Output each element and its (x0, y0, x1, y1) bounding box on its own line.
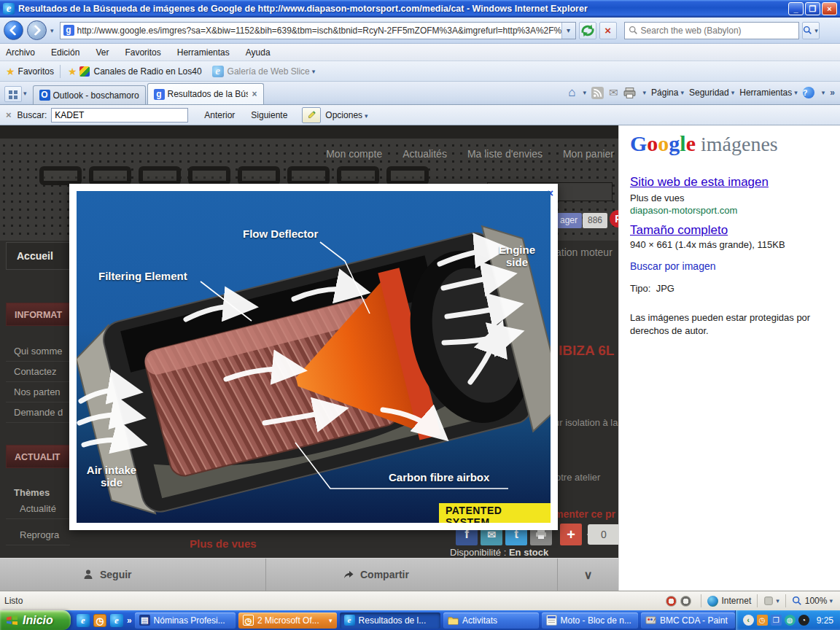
url-text[interactable]: http://www.google.es/imgres?sa=X&biw=115… (77, 26, 561, 36)
taskbar-button-activitats[interactable]: Activitats (443, 612, 539, 629)
address-dropdown[interactable]: ▾ (561, 23, 575, 39)
tray-clock-app-icon[interactable]: ◷ (757, 615, 768, 626)
print-dropdown[interactable]: ▾ (643, 89, 647, 96)
zoom-icon[interactable] (792, 596, 802, 606)
site-nav-mon-compte[interactable]: Mon compte (326, 148, 382, 160)
overflow-chevron[interactable]: » (830, 88, 835, 98)
favorites-button[interactable]: Favoritos (18, 66, 54, 77)
find-previous-button[interactable]: Anterior (204, 110, 235, 120)
help-dropdown[interactable]: ▾ (822, 89, 825, 96)
tray-clock2-icon[interactable]: ◔ (798, 615, 809, 626)
forward-button[interactable] (27, 20, 47, 40)
sidebar-item-partenaires[interactable]: Nos parten (6, 382, 70, 402)
zoom-dropdown[interactable]: ▾ (829, 597, 833, 604)
rss-feed-icon[interactable] (591, 87, 604, 99)
highlight-button[interactable] (302, 107, 321, 123)
zoom-level[interactable]: 100% (805, 596, 828, 606)
quick-ie-icon[interactable]: e (77, 614, 90, 627)
tab-list-dropdown[interactable]: ▾ (23, 90, 27, 97)
add-favorite-icon[interactable]: ★ (68, 66, 77, 77)
taskbar-button-moto-notepad[interactable]: Moto - Bloc de n... (542, 612, 639, 629)
menu-edicion[interactable]: Edición (51, 47, 79, 58)
sidebar-item-qui-sommes[interactable]: Qui somme (6, 341, 70, 362)
refresh-button[interactable] (579, 22, 596, 39)
quick-clock-app-icon[interactable]: ◷ (93, 614, 106, 627)
tab-row: ▾ O Outlook - boschamoros@hot... g Resul… (0, 82, 840, 105)
tab-outlook[interactable]: O Outlook - boschamoros@hot... (33, 85, 146, 104)
restore-button[interactable]: ❐ (805, 2, 820, 15)
home-icon[interactable]: ⌂ (568, 85, 575, 100)
taskbar-button-resultados[interactable]: e Resultados de l... (340, 612, 440, 629)
find-input[interactable] (51, 108, 188, 122)
link-full-size[interactable]: Tamaño completo (630, 223, 728, 238)
link-commenter[interactable]: menter ce pr (554, 508, 615, 520)
close-button[interactable]: × (822, 2, 837, 15)
minimize-button[interactable]: _ (788, 2, 804, 15)
quick-ie2-icon[interactable]: e (110, 614, 123, 627)
link-site-of-image[interactable]: Sitio web de esta imagen (630, 175, 769, 190)
read-mail-icon[interactable]: ✉ (609, 86, 618, 99)
stop-icon: × (604, 24, 611, 36)
menu-herramientas[interactable]: Herramientas (177, 47, 230, 58)
expand-button[interactable]: ∨ (558, 559, 618, 591)
search-options-dropdown[interactable]: ▾ (814, 27, 818, 34)
webslice-dropdown[interactable]: ▾ (312, 68, 316, 75)
stop-button[interactable]: × (599, 22, 617, 39)
print-icon[interactable] (623, 87, 636, 99)
protected-dropdown[interactable]: ▾ (776, 597, 779, 604)
home-dropdown[interactable]: ▾ (583, 89, 586, 96)
search-input[interactable] (641, 26, 787, 36)
googleplus-icon[interactable]: + (560, 524, 582, 545)
tab-close-icon[interactable]: × (252, 89, 257, 99)
history-dropdown[interactable]: ▾ (50, 27, 54, 34)
quick-tabs-button[interactable] (4, 86, 22, 102)
help-icon[interactable]: ? (803, 87, 814, 98)
page-menu[interactable]: Página▾ (651, 88, 684, 98)
taskbar-button-office-group[interactable]: ◷ 2 Microsoft Of... ▾ (238, 612, 337, 629)
babylon-search-box[interactable] (624, 22, 799, 39)
site-nav-accueil[interactable]: Accueil (6, 242, 70, 270)
sidebar-item-contactez[interactable]: Contactez (6, 362, 70, 382)
site-nav-actualites[interactable]: Actualités (402, 148, 447, 160)
sidebar-item-reprogrammation[interactable]: Reprogra (6, 525, 70, 545)
menu-favoritos[interactable]: Favoritos (125, 47, 160, 58)
taskbar-button-paint[interactable]: BMC CDA - Paint (641, 612, 735, 629)
sidebar-item-demande[interactable]: Demande d (6, 402, 70, 423)
share-button[interactable]: Compartir (266, 559, 558, 591)
tools-menu[interactable]: Herramientas▾ (739, 88, 798, 98)
find-close-icon[interactable]: × (6, 109, 12, 120)
tray-messenger-icon[interactable]: ◍ (785, 615, 796, 626)
tray-windows-icon[interactable]: ❐ (771, 615, 782, 626)
site-nav-mon-panier[interactable]: Mon panier (563, 148, 614, 160)
taskbar-button-nominas[interactable]: ▤ Nóminas Profesi... (135, 612, 236, 629)
file-type: Tipo: JPG (630, 283, 674, 294)
back-arrow-icon (8, 25, 19, 36)
menu-ver[interactable]: Ver (96, 47, 109, 58)
share-count-zero: 0 (588, 524, 618, 545)
airfilter-diagram-image[interactable]: Flow Deflector Filtering Element Engine … (77, 191, 551, 523)
start-button[interactable]: Inicio (0, 610, 71, 630)
menu-archivo[interactable]: Archivo (6, 47, 35, 58)
favorites-star-icon: ★ (6, 66, 15, 77)
security-menu[interactable]: Seguridad▾ (689, 88, 734, 98)
find-options-button[interactable]: Opciones▾ (325, 110, 368, 120)
search-go-button[interactable]: ▾ (802, 22, 820, 39)
back-button[interactable] (4, 20, 23, 40)
site-nav-liste-envies[interactable]: Ma liste d'envies (467, 148, 542, 160)
link-search-by-image[interactable]: Buscar por imagen (630, 260, 716, 272)
site-tab-preparation-moteur[interactable]: ation moteur (556, 246, 612, 258)
tray-update-icon[interactable]: ‹ (743, 615, 754, 626)
internet-zone-globe-icon (707, 596, 718, 607)
plus-de-vues-link[interactable]: Plus de vues (190, 537, 257, 550)
quick-launch-overflow[interactable]: » (127, 615, 132, 626)
menu-ayuda[interactable]: Ayuda (246, 47, 271, 58)
favorite-link-radio[interactable]: Canales de Radio en Los40 (93, 66, 201, 77)
tab-results[interactable]: g Resultados de la Búsqued... × (147, 83, 264, 104)
sidebar-item-actualite[interactable]: Actualité (6, 499, 70, 519)
highlighter-icon (307, 110, 316, 120)
find-next-button[interactable]: Siguiente (251, 110, 287, 120)
follow-button[interactable]: Seguir (0, 559, 266, 591)
partager-button[interactable]: ager (556, 213, 582, 228)
address-bar[interactable]: g http://www.google.es/imgres?sa=X&biw=1… (60, 22, 576, 39)
favorite-link-webslice[interactable]: Galería de Web Slice (228, 66, 310, 77)
